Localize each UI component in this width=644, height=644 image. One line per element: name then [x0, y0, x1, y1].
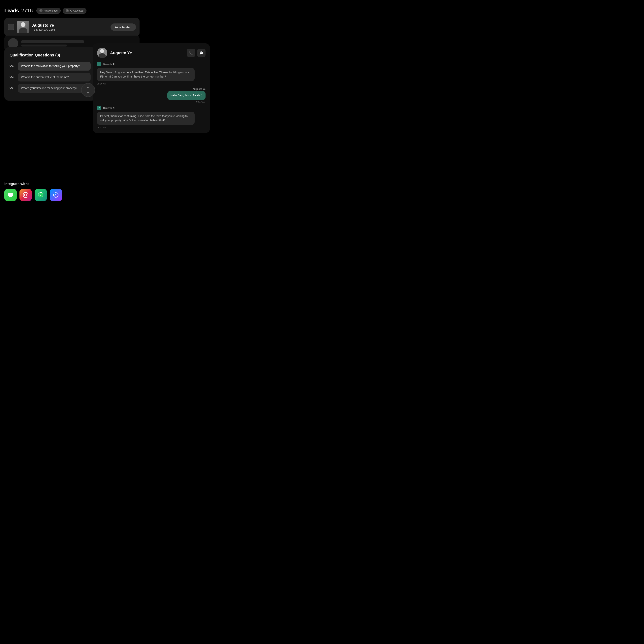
- instagram-svg: [22, 192, 29, 198]
- integrate-title: Integrate with:: [4, 182, 62, 186]
- lead-card-row[interactable]: Augusto Ye +1 (332) 100-1163 Ai activate…: [4, 18, 140, 36]
- ai-activated-chip[interactable]: ✕ Ai Activated: [63, 8, 86, 14]
- arrow-right-icon: →: [86, 90, 90, 95]
- chat-panel: Augusto Ye 📞 💬 ↗ Growth AI Hey Sarah, Au…: [93, 43, 210, 133]
- message-button[interactable]: 💬: [197, 49, 206, 57]
- chat-icon: 💬: [199, 51, 203, 55]
- instagram-app-icon[interactable]: [19, 189, 32, 201]
- message-1: ↗ Growth AI Hey Sarah, Augusto here from…: [97, 62, 206, 85]
- qual-answer-1: What is the motivation for selling your …: [18, 62, 91, 71]
- arrow-left-icon: ←: [86, 85, 90, 90]
- lead-avatar: [17, 21, 29, 33]
- qual-item-3: Q3 What's your timeline for selling your…: [10, 84, 91, 93]
- messages-svg: [7, 191, 14, 199]
- filter-chips: ✕ Active leads ✕ Ai Activated: [36, 8, 86, 14]
- lead-avatar-secondary: [8, 38, 18, 48]
- name-placeholder: [21, 40, 84, 43]
- chat-header: Augusto Ye 📞 💬: [97, 48, 206, 58]
- msg-time-1: 08:16 AM: [97, 82, 206, 85]
- lead-phone: +1 (332) 100-1163: [32, 28, 108, 31]
- svg-point-4: [27, 193, 28, 194]
- active-leads-chip[interactable]: ✕ Active leads: [36, 8, 61, 14]
- msg-sender-3: ↗ Growth AI: [97, 106, 206, 110]
- qualification-title: Qualification Questions (3): [10, 53, 91, 57]
- qual-item-1: Q1 What is the motivation for selling yo…: [10, 62, 91, 71]
- whatsapp-app-icon[interactable]: [35, 189, 47, 201]
- msg-bubble-3: Perfect, thanks for confirming. I see fr…: [97, 112, 195, 125]
- lead-info: Augusto Ye +1 (332) 100-1163: [32, 23, 108, 31]
- qual-answer-3: What's your timeline for selling your pr…: [18, 84, 91, 93]
- qual-item-2: Q2 What is the current value of the home…: [10, 73, 91, 82]
- lead-checkbox[interactable]: [8, 24, 14, 30]
- call-button[interactable]: 📞: [187, 49, 195, 57]
- lead-name: Augusto Ye: [32, 23, 108, 28]
- message-2: Augusto Ye Hello, Yep, this is Sarah :) …: [97, 88, 206, 103]
- msg-sender-2: Augusto Ye: [192, 88, 206, 90]
- msg-time-3: 08:17 AM: [97, 126, 206, 129]
- phone-placeholder: [21, 45, 67, 47]
- growth-ai-icon-2: ↗: [97, 106, 101, 110]
- msg-sender-1: ↗ Growth AI: [97, 62, 206, 66]
- message-3: ↗ Growth AI Perfect, thanks for confirmi…: [97, 106, 206, 129]
- whatsapp-svg: [37, 191, 44, 199]
- msg-bubble-2: Hello, Yep, this is Sarah :): [167, 91, 206, 100]
- svg-point-0: [8, 193, 13, 197]
- leads-header: Leads 2716 ✕ Active leads ✕ Ai Activated: [4, 8, 86, 14]
- growth-ai-icon: ↗: [97, 62, 101, 66]
- phone-icon: 📞: [189, 51, 193, 55]
- qual-answer-2: What is the current value of the home?: [18, 73, 91, 82]
- svg-point-3: [24, 194, 27, 196]
- ai-activated-badge: Ai activated: [111, 23, 136, 31]
- swap-button[interactable]: ← →: [81, 83, 95, 97]
- chat-actions: 📞 💬: [187, 49, 206, 57]
- messenger-svg: [52, 191, 59, 199]
- integrate-section: Integrate with:: [4, 182, 62, 201]
- remove-ai-activated[interactable]: ✕: [66, 9, 69, 12]
- msg-bubble-1: Hey Sarah, Augusto here from Real Estate…: [97, 68, 195, 81]
- messages-list: ↗ Growth AI Hey Sarah, Augusto here from…: [97, 62, 206, 129]
- chat-contact-name: Augusto Ye: [110, 51, 184, 55]
- leads-title: Leads 2716: [4, 8, 33, 14]
- messages-app-icon[interactable]: [4, 189, 17, 201]
- msg-time-2: 08:17 AM: [196, 101, 206, 103]
- remove-active-leads[interactable]: ✕: [39, 9, 43, 12]
- messenger-app-icon[interactable]: [50, 189, 62, 201]
- chat-contact-avatar: [97, 48, 107, 58]
- integrate-icons: [4, 189, 62, 201]
